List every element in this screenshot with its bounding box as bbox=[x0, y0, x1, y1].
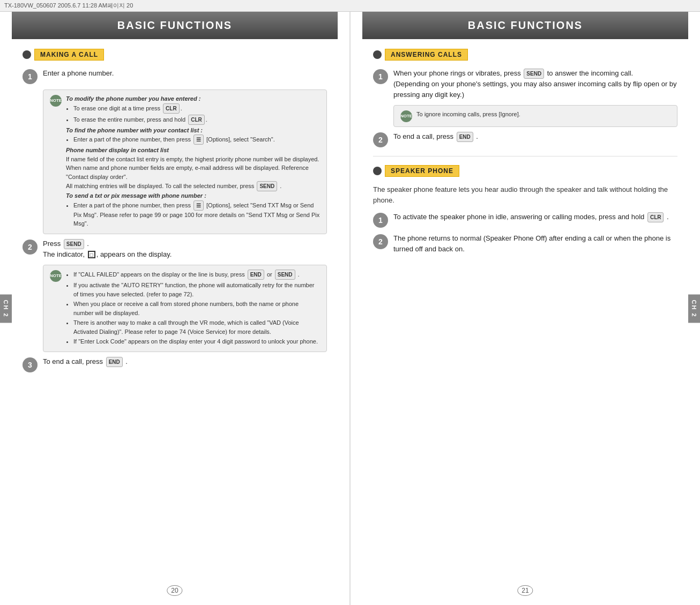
step-2: 2 Press SEND . The indicator, □, appears… bbox=[23, 238, 327, 260]
end-key-1: END bbox=[248, 270, 264, 280]
making-a-call-section-header: MAKING A CALL bbox=[23, 49, 327, 61]
left-page-header: BASIC FUNCTIONS bbox=[12, 12, 338, 39]
note-bold-2: To find the phone number with your conta… bbox=[66, 127, 203, 133]
chapter-tab-left: CH 2 bbox=[0, 294, 12, 323]
menu-key-2: ☰ bbox=[193, 200, 204, 211]
answering-note-icon: NOTE bbox=[400, 110, 412, 122]
note-content-2: If "CALL FAILED" appears on the display … bbox=[66, 270, 320, 347]
chapter-tab-right: CH 2 bbox=[688, 294, 700, 323]
note-list-4: Enter a part of the phone number, then p… bbox=[73, 200, 320, 228]
page-left: CH 2 BASIC FUNCTIONS MAKING A CALL 1 Ent… bbox=[0, 12, 351, 605]
answering-note-header: NOTE To ignore incoming calls, press [Ig… bbox=[400, 110, 671, 122]
step-1-text: Enter a phone number. bbox=[43, 68, 114, 79]
menu-key: ☰ bbox=[193, 135, 204, 145]
note-item-1-2: To erase the entire number, press and ho… bbox=[73, 115, 320, 125]
answering-calls-section-header: ANSWERING CALLS bbox=[373, 49, 677, 61]
end-key-step3: END bbox=[106, 357, 123, 367]
step-3-text: To end a call, press END . bbox=[43, 356, 128, 367]
note-item-5-4: There is another way to make a call thro… bbox=[73, 318, 320, 336]
speaker-intro: The speaker phone feature lets you hear … bbox=[373, 184, 677, 205]
step-2-num: 2 bbox=[23, 240, 38, 255]
answering-note-content: To ignore incoming calls, press [Ignore]… bbox=[416, 110, 520, 119]
step-3: 3 To end a call, press END . bbox=[23, 356, 327, 372]
right-page-title: BASIC FUNCTIONS bbox=[373, 19, 677, 32]
clr-key: CLR bbox=[163, 103, 180, 114]
speaker-step-1-num: 1 bbox=[373, 213, 388, 228]
step-3-num: 3 bbox=[23, 357, 38, 372]
speaker-step-1: 1 To activate the speaker phone in idle,… bbox=[373, 212, 677, 228]
send-key-note: SEND bbox=[257, 181, 277, 191]
note-item-4-1: Enter a part of the phone number, then p… bbox=[73, 200, 320, 228]
making-a-call-title: MAKING A CALL bbox=[34, 49, 104, 61]
note-item-5-2: If you activate the "AUTO RETRY" functio… bbox=[73, 281, 320, 298]
answering-step-2: 2 To end a call, press END . bbox=[373, 131, 677, 147]
note-icon-2: NOTE bbox=[50, 270, 62, 282]
step-1-num: 1 bbox=[23, 69, 38, 84]
speaker-step-2: 2 The phone returns to normal (Speaker P… bbox=[373, 233, 677, 254]
speaker-phone-title: SPEAKER PHONE bbox=[385, 165, 459, 177]
answering-step-1: 1 When your phone rings or vibrates, pre… bbox=[373, 68, 677, 100]
send-key-3: SEND bbox=[275, 270, 295, 280]
left-page-title: BASIC FUNCTIONS bbox=[23, 19, 327, 32]
answering-step-1-num: 1 bbox=[373, 69, 388, 84]
note-list-1: To erase one digit at a time press CLR. … bbox=[73, 103, 320, 125]
note-item-2-1: Enter a part of the phone number, then p… bbox=[73, 135, 320, 145]
note-bold-4: To send a txt or pix message with phone … bbox=[66, 192, 206, 199]
answering-note-text: To ignore incoming calls, press [Ignore]… bbox=[416, 111, 520, 117]
note-item-5-1: If "CALL FAILED" appears on the display … bbox=[73, 270, 320, 280]
note-box-2: NOTE If "CALL FAILED" appears on the dis… bbox=[43, 265, 327, 352]
speaker-phone-section-header: SPEAKER PHONE bbox=[373, 165, 677, 177]
note-list-2: Enter a part of the phone number, then p… bbox=[73, 135, 320, 145]
end-key-answer: END bbox=[457, 132, 473, 142]
page-number-left: 20 bbox=[167, 581, 182, 600]
pages-container: CH 2 BASIC FUNCTIONS MAKING A CALL 1 Ent… bbox=[0, 12, 700, 605]
note-header-1: NOTE To modify the phone number you have… bbox=[50, 94, 320, 229]
speaker-step-2-text: The phone returns to normal (Speaker Pho… bbox=[393, 233, 677, 254]
note-item-5-5: If "Enter Lock Code" appears on the disp… bbox=[73, 337, 320, 346]
note-icon-1: NOTE bbox=[50, 95, 62, 107]
note-header-2: NOTE If "CALL FAILED" appears on the dis… bbox=[50, 270, 320, 347]
right-page-header: BASIC FUNCTIONS bbox=[362, 12, 688, 39]
note-bold-3: Phone number display in contact list bbox=[66, 147, 169, 153]
note-item-1-1: To erase one digit at a time press CLR. bbox=[73, 103, 320, 114]
answering-step-1-text: When your phone rings or vibrates, press… bbox=[393, 68, 677, 100]
top-bar: TX-180VW_050607 2005.6.7 11:28 AM페이지 20 bbox=[0, 0, 700, 12]
step-2-text: Press SEND . The indicator, □, appears o… bbox=[43, 238, 172, 260]
left-page-content: MAKING A CALL 1 Enter a phone number. NO… bbox=[12, 39, 338, 387]
speaker-step-1-text: To activate the speaker phone in idle, a… bbox=[393, 212, 669, 222]
top-bar-text: TX-180VW_050607 2005.6.7 11:28 AM페이지 20 bbox=[4, 2, 133, 9]
clr-key-2: CLR bbox=[188, 115, 205, 125]
note-list-5: If "CALL FAILED" appears on the display … bbox=[73, 270, 320, 346]
speaker-step-2-num: 2 bbox=[373, 234, 388, 249]
answering-step-2-num: 2 bbox=[373, 132, 388, 147]
note-text-3b: All matching entries will be displayed. … bbox=[66, 183, 281, 189]
page-right: CH 2 BASIC FUNCTIONS ANSWERING CALLS 1 W… bbox=[351, 12, 700, 605]
note-item-5-3: When you place or receive a call from st… bbox=[73, 300, 320, 317]
answering-note-box: NOTE To ignore incoming calls, press [Ig… bbox=[393, 105, 677, 127]
section-separator bbox=[373, 156, 677, 156]
page-number-right: 21 bbox=[517, 581, 533, 600]
note-bold-1: To modify the phone number you have ente… bbox=[66, 95, 200, 102]
section-dot bbox=[23, 50, 31, 59]
note-content-1: To modify the phone number you have ente… bbox=[66, 94, 320, 229]
indicator-icon: □ bbox=[88, 251, 95, 258]
send-key-answer: SEND bbox=[524, 69, 544, 79]
answering-step-2-text: To end a call, press END . bbox=[393, 131, 478, 142]
step-1: 1 Enter a phone number. bbox=[23, 68, 327, 84]
note-box-1: NOTE To modify the phone number you have… bbox=[43, 89, 327, 234]
answering-calls-title: ANSWERING CALLS bbox=[385, 49, 468, 61]
section-dot-speaker bbox=[373, 167, 382, 175]
send-key-step2: SEND bbox=[64, 239, 84, 249]
note-text-3: If name field of the contact list entry … bbox=[66, 156, 319, 180]
right-page-content: ANSWERING CALLS 1 When your phone rings … bbox=[362, 39, 688, 269]
section-dot-answering bbox=[373, 50, 382, 59]
clr-key-speaker: CLR bbox=[647, 212, 664, 222]
